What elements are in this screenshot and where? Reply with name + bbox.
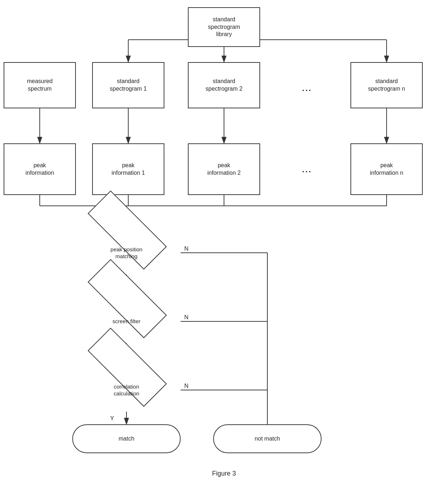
peak-info-box: peak information — [4, 143, 76, 195]
n-label-1: N — [184, 246, 189, 252]
peak-position-matching-diamond: peak position matching — [72, 231, 181, 274]
standard-library-label: standard spectrogram library — [208, 16, 240, 38]
not-match-label: not match — [255, 436, 280, 442]
correlation-calculation-diamond: correlation calculation — [72, 368, 181, 412]
peak-info-1-box: peak information 1 — [92, 143, 164, 195]
not-match-box: not match — [213, 424, 322, 453]
n-label-3: N — [184, 383, 189, 389]
dots-top: ... — [293, 79, 322, 98]
standard-spectrogram-1-box: standard spectrogram 1 — [92, 62, 164, 108]
standard-spectrogram-2-label: standard spectrogram 2 — [206, 78, 242, 93]
measured-spectrum-box: measured spectrum — [4, 62, 76, 108]
diagram-container: standard spectrogram library measured sp… — [0, 0, 448, 462]
peak-info-2-box: peak information 2 — [188, 143, 260, 195]
dots-bottom: ... — [293, 161, 322, 179]
peak-info-label: peak information — [25, 162, 54, 177]
peak-info-n-label: peak information n — [370, 162, 404, 177]
screen-filter-label: screen filter — [112, 318, 141, 325]
match-box: match — [72, 424, 181, 453]
standard-spectrogram-2-box: standard spectrogram 2 — [188, 62, 260, 108]
screen-filter-diamond: screen filter — [72, 300, 181, 343]
figure-caption: Figure 3 — [0, 470, 448, 477]
peak-info-n-box: peak information n — [350, 143, 423, 195]
peak-info-2-label: peak information 2 — [207, 162, 241, 177]
standard-spectrogram-n-label: standard spectrogram n — [368, 78, 405, 93]
n-label-2: N — [184, 314, 189, 321]
standard-spectrogram-1-label: standard spectrogram 1 — [110, 78, 147, 93]
peak-position-matching-label: peak position matching — [111, 246, 142, 260]
match-label: match — [119, 436, 134, 442]
correlation-calculation-label: correlation calculation — [114, 383, 139, 397]
standard-library-box: standard spectrogram library — [188, 7, 260, 47]
standard-spectrogram-n-box: standard spectrogram n — [350, 62, 423, 108]
measured-spectrum-label: measured spectrum — [27, 78, 52, 93]
y-label-3: Y — [110, 415, 114, 422]
peak-info-1-label: peak information 1 — [112, 162, 145, 177]
